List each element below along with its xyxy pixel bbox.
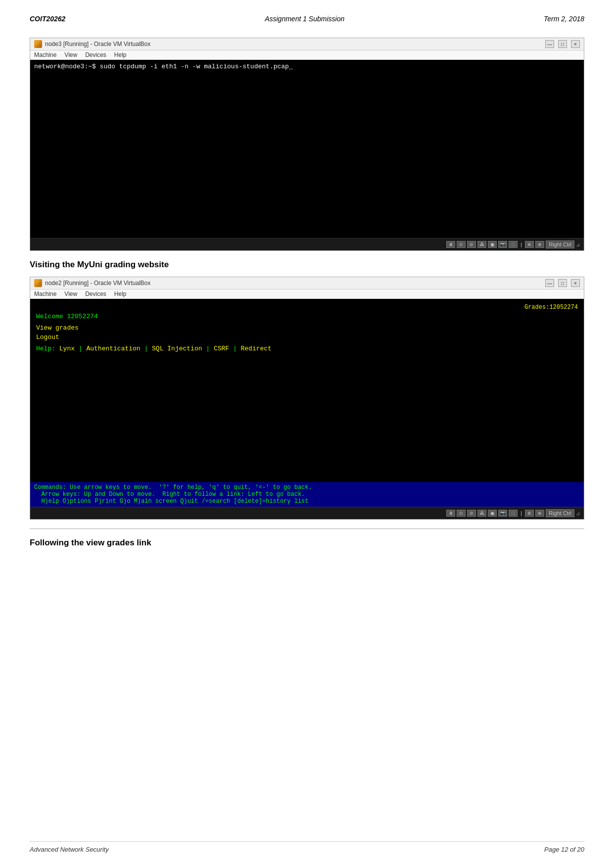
help-sep-2: |: [141, 345, 152, 352]
vm1-menu-view[interactable]: View: [64, 51, 77, 58]
vm2-status-resize-icon: ⊿: [576, 511, 580, 516]
commands-bar: Commands: Use arrow keys to move. '?' fo…: [30, 482, 584, 507]
vm1-statusbar: 🖥 ⊙ ⊘ 🖧 ▣ 📷 □ | ⊛ ⊕ Right Ctrl ⊿: [30, 238, 584, 250]
help-sep-1: |: [75, 345, 86, 352]
header-term: Term 2, 2018: [544, 15, 584, 23]
header-course-code: COIT20262: [30, 15, 65, 23]
vm2-status-icon-6: 📷: [498, 510, 507, 517]
footer-right: Page 12 of 20: [544, 846, 584, 853]
vm1-menu-machine[interactable]: Machine: [34, 51, 56, 58]
right-ctrl-button[interactable]: Right Ctrl: [546, 241, 574, 248]
vm2-window: node2 [Running] - Oracle VM VirtualBox —…: [30, 277, 584, 520]
status-icon-3: ⊘: [467, 241, 476, 248]
view-grades-link[interactable]: View grades: [36, 324, 578, 332]
help-link-sql[interactable]: SQL Injection: [152, 345, 202, 352]
header-title: Assignment 1 Submission: [265, 15, 344, 23]
vm1-title: node3 [Running] - Oracle VM VirtualBox: [45, 41, 150, 48]
welcome-text: Welcome 12052274: [36, 313, 578, 320]
vm1-menu-devices[interactable]: Devices: [85, 51, 106, 58]
status-icon-9: ⊕: [535, 241, 544, 248]
vm1-cmd-line: network@node3:~$ sudo tcpdump -i eth1 -n…: [34, 63, 580, 70]
vm2-status-icon-1: 🖥: [446, 510, 455, 517]
commands-line1: Commands: Use arrow keys to move. '?' fo…: [34, 484, 580, 491]
footer-left: Advanced Network Security: [30, 846, 109, 853]
vm2-status-icon-8: ⊛: [525, 510, 534, 517]
vm2-restore-button[interactable]: □: [558, 279, 567, 287]
status-icon-4: 🖧: [477, 241, 486, 248]
vm1-terminal: network@node3:~$ sudo tcpdump -i eth1 -n…: [30, 60, 584, 238]
vm1-status-icons: 🖥 ⊙ ⊘ 🖧 ▣ 📷 □ | ⊛ ⊕ Right Ctrl ⊿: [446, 241, 580, 248]
vm2-statusbar: 🖥 ⊙ ⊘ 🖧 ▣ 📷 □ | ⊛ ⊕ Right Ctrl ⊿: [30, 507, 584, 519]
vm2-menu-machine[interactable]: Machine: [34, 290, 56, 297]
vm2-minimize-button[interactable]: —: [545, 279, 554, 287]
page-footer: Advanced Network Security Page 12 of 20: [30, 841, 584, 853]
vm1-titlebar-left: node3 [Running] - Oracle VM VirtualBox: [34, 40, 150, 48]
vm1-window: node3 [Running] - Oracle VM VirtualBox —…: [30, 38, 584, 251]
grades-indicator: Grades:12052274: [36, 304, 578, 311]
vm2-icon: [34, 279, 42, 287]
status-icon-8: ⊛: [525, 241, 534, 248]
vm2-status-icon-5: ▣: [488, 510, 497, 517]
help-link-redirect[interactable]: Redirect: [241, 345, 272, 352]
vm1-menu-help[interactable]: Help: [114, 51, 127, 58]
vm2-terminal: Grades:12052274 Welcome 12052274 View gr…: [30, 299, 584, 482]
help-sep-3: |: [202, 345, 213, 352]
separator: [30, 529, 584, 529]
help-link-csrf[interactable]: CSRF: [214, 345, 229, 352]
status-resize-icon: ⊿: [576, 242, 580, 247]
vm2-status-icon-7: □: [509, 510, 518, 517]
help-line: Help: Lynx | Authentication | SQL Inject…: [36, 345, 578, 352]
logout-link[interactable]: Logout: [36, 334, 578, 341]
vm2-title: node2 [Running] - Oracle VM VirtualBox: [45, 280, 150, 287]
section2-heading: Following the view grades link: [30, 538, 584, 548]
vm2-status-icon-9: ⊕: [535, 510, 544, 517]
vm2-menubar: Machine View Devices Help: [30, 289, 584, 299]
commands-line2: Arrow keys: Up and Down to move. Right t…: [34, 491, 580, 498]
page-header: COIT20262 Assignment 1 Submission Term 2…: [30, 15, 584, 23]
vm2-menu-help[interactable]: Help: [114, 290, 127, 297]
vm1-close-button[interactable]: ×: [571, 40, 580, 48]
status-icon-2: ⊙: [457, 241, 466, 248]
vm2-close-button[interactable]: ×: [571, 279, 580, 287]
vm2-menu-devices[interactable]: Devices: [85, 290, 106, 297]
vm2-status-icon-4: 🖧: [477, 510, 486, 517]
vm2-status-icon-3: ⊘: [467, 510, 476, 517]
vm2-titlebar: node2 [Running] - Oracle VM VirtualBox —…: [30, 277, 584, 289]
vm1-restore-button[interactable]: □: [558, 40, 567, 48]
help-prefix: Help:: [36, 345, 59, 352]
vm2-menu-view[interactable]: View: [64, 290, 77, 297]
status-icon-7: □: [509, 241, 518, 248]
vm1-titlebar: node3 [Running] - Oracle VM VirtualBox —…: [30, 38, 584, 50]
vm2-status-icons: 🖥 ⊙ ⊘ 🖧 ▣ 📷 □ | ⊛ ⊕ Right Ctrl ⊿: [446, 509, 580, 517]
vm1-window-controls: — □ ×: [545, 40, 580, 48]
vm2-titlebar-left: node2 [Running] - Oracle VM VirtualBox: [34, 279, 150, 287]
status-icon-5: ▣: [488, 241, 497, 248]
status-icon-6: 📷: [498, 241, 507, 248]
commands-line3: H)elp O)ptions P)rint G)o M)ain screen Q…: [34, 498, 580, 505]
help-sep-4: |: [229, 345, 240, 352]
section1-heading: Visiting the MyUni grading website: [30, 260, 584, 270]
vm2-window-controls: — □ ×: [545, 279, 580, 287]
vm1-minimize-button[interactable]: —: [545, 40, 554, 48]
help-link-lynx[interactable]: Lynx: [59, 345, 75, 352]
vm2-right-ctrl-button[interactable]: Right Ctrl: [546, 509, 574, 517]
help-link-authentication[interactable]: Authentication: [86, 345, 140, 352]
vm1-icon: [34, 40, 42, 48]
vm1-menubar: Machine View Devices Help: [30, 50, 584, 60]
vm2-status-icon-2: ⊙: [457, 510, 466, 517]
status-icon-1: 🖥: [446, 241, 455, 248]
